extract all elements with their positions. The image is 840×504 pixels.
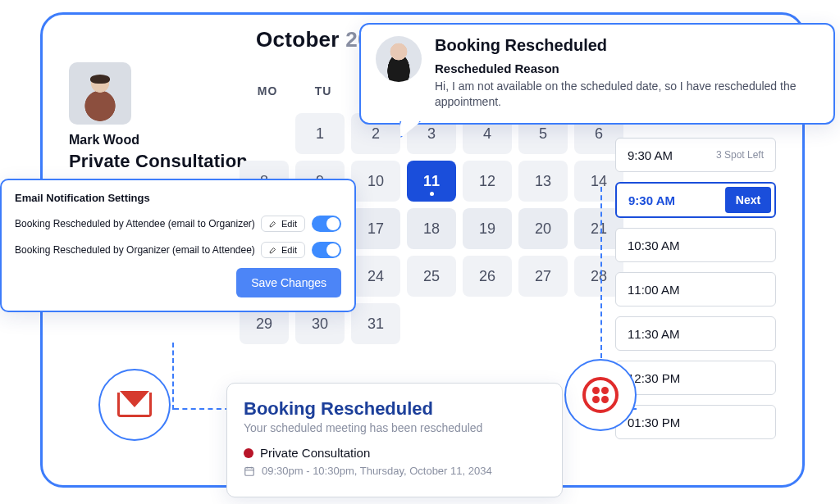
- setting-row: Booking Rescheduled by Organizer (email …: [15, 242, 341, 258]
- user-name: Mark Wood: [69, 133, 139, 148]
- next-button[interactable]: Next: [725, 187, 771, 213]
- meeting-time: 09:30pm - 10:30pm, Thursday, October 11,…: [262, 465, 492, 477]
- weekday: MO: [240, 84, 295, 98]
- day-cell[interactable]: 10: [351, 161, 400, 202]
- day-cell: [407, 303, 456, 344]
- toggle-switch[interactable]: [312, 242, 341, 258]
- timeslot-time: 10:30 AM: [628, 238, 679, 252]
- edit-button[interactable]: Edit: [261, 216, 305, 232]
- timeslot-list: 9:30 AM 3 Spot Left 9:30 AM Next 10:30 A…: [615, 138, 776, 439]
- timeslot-time: 11:00 AM: [628, 283, 679, 297]
- day-cell[interactable]: 12: [463, 161, 512, 202]
- day-cell[interactable]: 17: [351, 208, 400, 249]
- twilio-icon: [582, 377, 619, 413]
- user-avatar: [69, 62, 131, 125]
- pencil-icon: [269, 220, 277, 228]
- calendar-icon: [244, 465, 255, 477]
- svg-rect-0: [245, 467, 254, 475]
- rescheduled-tooltip: Booking Rescheduled Rescheduled Reason H…: [359, 23, 835, 125]
- stage: October 2034 Mark Wood Private Consultat…: [0, 0, 840, 504]
- timeslot[interactable]: 01:30 PM: [615, 405, 776, 439]
- timeslot-time: 01:30 PM: [628, 415, 680, 429]
- tooltip-body: Booking Rescheduled Rescheduled Reason H…: [435, 36, 819, 110]
- day-cell[interactable]: 31: [351, 303, 400, 344]
- timeslot-time: 9:30 AM: [628, 193, 675, 207]
- tooltip-text: Hi, I am not available on the scheduled …: [435, 79, 819, 110]
- bullet-icon: [244, 448, 253, 458]
- day-cell[interactable]: 20: [518, 208, 568, 249]
- pencil-icon: [269, 246, 277, 254]
- twilio-icon-circle: [564, 359, 637, 431]
- edit-label: Edit: [281, 219, 297, 229]
- attendee-avatar: [376, 36, 422, 82]
- save-changes-button[interactable]: Save Changes: [236, 268, 341, 297]
- day-cell[interactable]: 1: [295, 113, 345, 154]
- tooltip-subtitle: Rescheduled Reason: [435, 61, 819, 75]
- day-cell[interactable]: 24: [351, 256, 400, 297]
- day-cell[interactable]: 25: [407, 256, 456, 297]
- meeting-name: Private Consultation: [260, 446, 370, 460]
- emailcard-title: Booking Rescheduled: [244, 398, 546, 420]
- day-cell[interactable]: 19: [463, 208, 512, 249]
- connector-line: [172, 343, 174, 410]
- timeslot-time: 9:30 AM: [628, 148, 673, 162]
- tooltip-title: Booking Rescheduled: [435, 36, 819, 55]
- setting-label: Booking Rescheduled by Attendee (email t…: [15, 218, 261, 229]
- edit-label: Edit: [281, 245, 297, 255]
- setting-label: Booking Rescheduled by Organizer (email …: [15, 244, 261, 256]
- timeslot[interactable]: 11:30 AM: [615, 316, 776, 351]
- email-card: Booking Rescheduled Your scheduled meeti…: [226, 383, 563, 497]
- timeslot-time: 11:30 AM: [628, 327, 679, 341]
- gmail-icon-circle: [98, 369, 171, 441]
- emailcard-subtitle: Your scheduled meeting has been reschedu…: [244, 421, 546, 434]
- day-cell[interactable]: 13: [518, 161, 568, 202]
- timeslot[interactable]: 9:30 AM 3 Spot Left: [615, 138, 776, 172]
- day-number: 11: [423, 173, 440, 190]
- gmail-icon: [117, 393, 152, 417]
- timeslot[interactable]: 12:30 PM: [615, 361, 776, 395]
- timeslot-spots: 3 Spot Left: [716, 149, 764, 161]
- timeslot-active[interactable]: 9:30 AM Next: [615, 182, 776, 218]
- day-cell: [518, 303, 568, 344]
- timeslot[interactable]: 11:00 AM: [615, 272, 776, 306]
- user-role: Private Consultation: [69, 151, 248, 172]
- day-cell-selected[interactable]: 11: [407, 161, 456, 202]
- day-cell: [240, 113, 289, 154]
- event-dot-icon: [430, 192, 434, 196]
- setting-row: Booking Rescheduled by Attendee (email t…: [15, 216, 341, 232]
- emailcard-meta: 09:30pm - 10:30pm, Thursday, October 11,…: [244, 465, 546, 477]
- timeslot[interactable]: 10:30 AM: [615, 228, 776, 262]
- emailcard-meeting: Private Consultation: [244, 446, 546, 460]
- calendar-month: October: [256, 27, 340, 52]
- settings-heading: Email Notification Settings: [15, 192, 341, 204]
- day-cell[interactable]: 26: [463, 256, 512, 297]
- day-cell[interactable]: 18: [407, 208, 456, 249]
- day-cell[interactable]: 27: [518, 256, 568, 297]
- timeslot-time: 12:30 PM: [628, 371, 680, 385]
- edit-button[interactable]: Edit: [261, 242, 305, 258]
- toggle-switch[interactable]: [312, 216, 341, 232]
- email-settings-popover: Email Notification Settings Booking Resc…: [0, 179, 356, 312]
- day-cell: [463, 303, 512, 344]
- weekday: TU: [295, 84, 351, 98]
